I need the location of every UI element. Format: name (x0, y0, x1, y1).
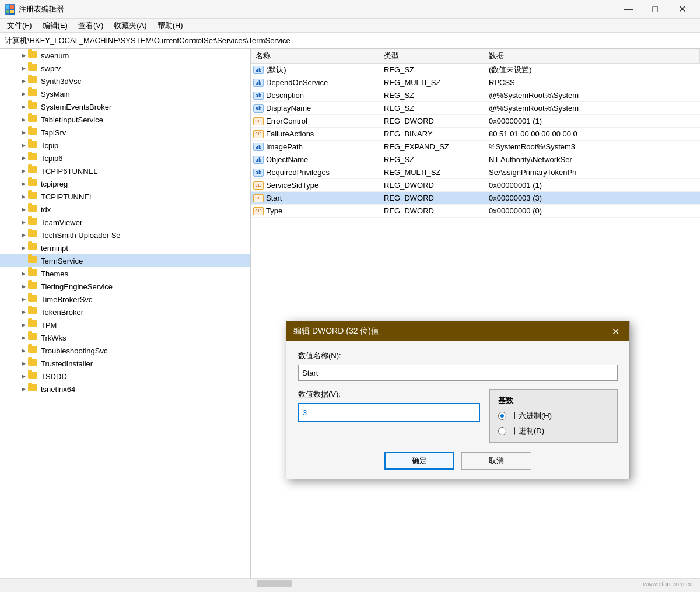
tree-item[interactable]: TermService (0, 254, 250, 267)
value-row[interactable]: 010ErrorControlREG_DWORD0x00000001 (1) (251, 115, 700, 128)
tree-item-label: TokenBroker (41, 308, 83, 317)
close-button[interactable]: ✕ (668, 0, 695, 19)
tree-item[interactable]: ▶TechSmith Uploader Se (0, 229, 250, 241)
value-row[interactable]: 010FailureActionsREG_BINARY80 51 01 00 0… (251, 128, 700, 141)
dialog-close-button[interactable]: ✕ (608, 324, 622, 338)
h-scrollbar[interactable] (0, 578, 700, 587)
tree-item-label: TimeBrokerSvc (41, 295, 92, 304)
dec-radio[interactable]: 十进制(D) (498, 426, 609, 436)
tree-item[interactable]: ▶swenum (0, 49, 250, 62)
expand-arrow-icon: ▶ (19, 115, 28, 124)
value-type-cell: REG_MULTI_SZ (379, 77, 484, 88)
value-type-cell: REG_DWORD (379, 115, 484, 127)
tree-item-label: tdx (41, 205, 51, 214)
maximize-button[interactable]: □ (642, 0, 668, 19)
cancel-button[interactable]: 取消 (461, 452, 531, 470)
tree-item[interactable]: ▶TrkWks (0, 331, 250, 344)
value-row[interactable]: abDescriptionREG_SZ@%SystemRoot%\System (251, 89, 700, 102)
tree-item[interactable]: ▶SysMain (0, 87, 250, 100)
value-row[interactable]: abDependOnServiceREG_MULTI_SZRPCSS (251, 76, 700, 89)
tree-item-label: TieringEngineService (41, 282, 113, 291)
tree-item[interactable]: ▶SystemEventsBroker (0, 100, 250, 113)
value-row[interactable]: 010ServiceSidTypeREG_DWORD0x00000001 (1) (251, 179, 700, 192)
value-data-cell: %SystemRoot%\System3 (484, 141, 700, 152)
tree-item[interactable]: ▶Synth3dVsc (0, 75, 250, 87)
tree-item[interactable]: ▶TPM (0, 318, 250, 331)
tree-item-label: Themes (41, 269, 68, 278)
tree-item[interactable]: ▶TSDDD (0, 370, 250, 383)
tree-item[interactable]: ▶TimeBrokerSvc (0, 293, 250, 306)
folder-icon (28, 307, 38, 317)
ok-button[interactable]: 确定 (384, 452, 454, 470)
value-row[interactable]: 010TypeREG_DWORD0x00000000 (0) (251, 205, 700, 218)
value-name-cell: abDescription (251, 90, 379, 101)
tree-item-label: TabletInputService (41, 115, 103, 124)
value-row[interactable]: abDisplayNameREG_SZ@%SystemRoot%\System (251, 102, 700, 115)
hex-radio[interactable]: 十六进制(H) (498, 411, 609, 421)
menu-help[interactable]: 帮助(H) (153, 19, 188, 32)
tree-scroll[interactable]: ▶swenum▶swprv▶Synth3dVsc▶SysMain▶SystemE… (0, 49, 250, 578)
value-input[interactable] (298, 403, 480, 422)
menu-favorites[interactable]: 收藏夹(A) (109, 19, 151, 32)
tree-item[interactable]: ▶TapiSrv (0, 126, 250, 139)
tree-item[interactable]: ▶Themes (0, 267, 250, 280)
expand-arrow-icon: ▶ (19, 179, 28, 188)
dialog-body: 数值名称(N): 数值数据(V): 基数 十六进制(H) (286, 341, 629, 479)
edit-dword-dialog[interactable]: 编辑 DWORD (32 位)值 ✕ 数值名称(N): 数值数据(V): 基数 … (286, 321, 630, 479)
expand-arrow-icon: ▶ (19, 102, 28, 111)
value-name-cell: 010Type (251, 205, 379, 216)
value-type-cell: REG_BINARY (379, 128, 484, 139)
menu-edit[interactable]: 编辑(E) (38, 19, 72, 32)
value-row[interactable]: abImagePathREG_EXPAND_SZ%SystemRoot%\Sys… (251, 141, 700, 153)
value-row[interactable]: ab(默认)REG_SZ(数值未设置) (251, 64, 700, 76)
folder-icon (28, 102, 38, 111)
value-row[interactable]: abRequiredPrivilegesREG_MULTI_SZSeAssign… (251, 166, 700, 179)
expand-arrow-icon: ▶ (19, 269, 28, 278)
value-name-text: ImagePath (266, 142, 303, 151)
folder-icon (28, 153, 38, 163)
app-title: 注册表编辑器 (19, 4, 64, 15)
app-icon (5, 4, 15, 15)
h-scrollbar-thumb[interactable] (257, 580, 292, 587)
tree-item[interactable]: ▶TroubleshootingSvc (0, 344, 250, 357)
tree-item[interactable]: ▶tsnetlnx64 (0, 383, 250, 395)
tree-item[interactable]: ▶terminpt (0, 241, 250, 254)
value-type-cell: REG_SZ (379, 154, 484, 165)
folder-icon (28, 166, 38, 176)
tree-item-label: TPM (41, 321, 57, 330)
folder-icon (28, 89, 38, 99)
value-row[interactable]: abObjectNameREG_SZNT Authority\NetworkSe… (251, 153, 700, 166)
tree-item-label: TCPIPTUNNEL (41, 192, 93, 201)
folder-icon (28, 64, 38, 73)
reg-ab-icon: ab (253, 79, 264, 87)
expand-arrow-icon: ▶ (19, 141, 28, 150)
tree-item[interactable]: ▶TieringEngineService (0, 280, 250, 293)
menu-view[interactable]: 查看(V) (74, 19, 108, 32)
folder-icon (28, 372, 38, 381)
menu-file[interactable]: 文件(F) (2, 19, 37, 32)
tree-item-label: TroubleshootingSvc (41, 346, 107, 355)
tree-item[interactable]: ▶Tcpip (0, 139, 250, 152)
tree-item[interactable]: ▶tcpipreg (0, 177, 250, 190)
tree-item[interactable]: ▶TrustedInstaller (0, 357, 250, 370)
tree-panel: ▶swenum▶swprv▶Synth3dVsc▶SysMain▶SystemE… (0, 49, 251, 578)
tree-item[interactable]: ▶TeamViewer (0, 216, 250, 229)
name-input[interactable] (298, 365, 618, 381)
value-name-cell: abDependOnService (251, 77, 379, 88)
value-data-cell: @%SystemRoot%\System (484, 90, 700, 101)
tree-item[interactable]: ▶Tcpip6 (0, 152, 250, 164)
base-section: 基数 十六进制(H) 十进制(D) (489, 389, 618, 443)
address-text: 计算机\HKEY_LOCAL_MACHINE\SYSTEM\CurrentCon… (5, 36, 290, 46)
tree-item[interactable]: ▶tdx (0, 203, 250, 216)
tree-item[interactable]: ▶TCPIP6TUNNEL (0, 164, 250, 177)
tree-item[interactable]: ▶TCPIPTUNNEL (0, 190, 250, 203)
value-data-cell: NT Authority\NetworkSer (484, 154, 700, 165)
tree-item[interactable]: ▶TabletInputService (0, 113, 250, 126)
tree-item[interactable]: ▶swprv (0, 62, 250, 75)
tree-item[interactable]: ▶TokenBroker (0, 306, 250, 318)
header-type: 类型 (379, 49, 484, 63)
value-row[interactable]: 010StartREG_DWORD0x00000003 (3) (251, 192, 700, 205)
reg-ab-icon: ab (253, 143, 264, 151)
minimize-button[interactable]: — (615, 0, 642, 19)
folder-icon (28, 384, 38, 394)
